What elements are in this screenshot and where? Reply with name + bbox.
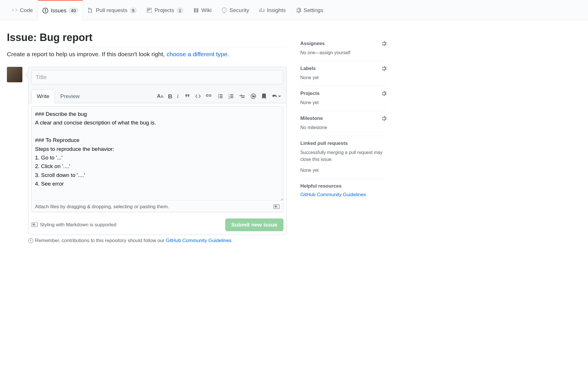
gear-icon[interactable] bbox=[381, 91, 386, 96]
gear-icon[interactable] bbox=[381, 66, 386, 71]
milestone-body: No milestone bbox=[300, 124, 386, 131]
gear-icon[interactable] bbox=[381, 116, 386, 121]
saved-reply-button[interactable] bbox=[261, 93, 267, 100]
markdown-hint[interactable]: M↓ Styling with Markdown is supported bbox=[31, 222, 116, 228]
community-guidelines-link[interactable]: GitHub Community Guidelines bbox=[300, 192, 366, 197]
link-icon bbox=[206, 93, 212, 99]
attach-files-bar[interactable]: Attach files by dragging & dropping, sel… bbox=[31, 202, 283, 212]
contribution-note: i Remember, contributions to this reposi… bbox=[28, 238, 287, 244]
page-subtitle: Create a report to help us improve. If t… bbox=[7, 51, 287, 58]
graph-icon bbox=[259, 7, 265, 13]
tasklist-icon bbox=[239, 93, 245, 99]
ul-icon bbox=[217, 93, 223, 99]
ordered-list-button[interactable] bbox=[228, 93, 234, 100]
markdown-toolbar: AA B i bbox=[157, 93, 283, 100]
community-guidelines-link[interactable]: GitHub Community Guidelines bbox=[166, 238, 231, 243]
issue-body-textarea[interactable] bbox=[31, 106, 283, 201]
tab-insights[interactable]: Insights bbox=[254, 0, 291, 20]
projects-icon bbox=[146, 7, 152, 13]
italic-button[interactable]: i bbox=[177, 93, 179, 100]
assignees-body[interactable]: No one—assign yourself bbox=[300, 49, 386, 56]
markdown-icon: M↓ bbox=[273, 204, 280, 209]
tab-label: Issues bbox=[51, 7, 66, 14]
issue-composer: Write Preview AA B i bbox=[28, 67, 287, 235]
tab-label: Settings bbox=[303, 7, 323, 13]
projects-count: 1 bbox=[177, 7, 183, 13]
tab-label: Wiki bbox=[201, 7, 212, 13]
issue-sidebar: Assignees No one—assign yourself Labels … bbox=[300, 32, 386, 244]
repo-nav: Code Issues 40 Pull requests 5 Projects … bbox=[0, 0, 588, 20]
bold-button[interactable]: B bbox=[168, 93, 172, 100]
unordered-list-button[interactable] bbox=[217, 93, 223, 100]
task-list-button[interactable] bbox=[239, 93, 245, 100]
tab-code[interactable]: Code bbox=[7, 0, 38, 20]
issue-icon bbox=[42, 8, 48, 13]
at-icon bbox=[250, 93, 256, 99]
pr-count: 5 bbox=[130, 7, 137, 13]
gear-icon[interactable] bbox=[381, 41, 386, 46]
bold-icon: B bbox=[168, 93, 172, 100]
info-icon: i bbox=[28, 238, 33, 243]
tab-label: Pull requests bbox=[96, 7, 127, 13]
wiki-icon bbox=[193, 7, 199, 13]
submit-issue-button[interactable]: Submit new issue bbox=[225, 219, 283, 231]
labels-title: Labels bbox=[300, 66, 316, 71]
issue-title-input[interactable] bbox=[31, 70, 283, 84]
projects-title: Projects bbox=[300, 91, 320, 96]
projects-body: None yet bbox=[300, 99, 386, 106]
resources-title: Helpful resources bbox=[300, 183, 342, 189]
code-button[interactable] bbox=[195, 93, 201, 100]
tab-label: Security bbox=[229, 7, 249, 13]
chevron-down-icon bbox=[278, 95, 281, 98]
tab-label: Insights bbox=[267, 7, 286, 13]
code-icon bbox=[195, 93, 201, 99]
heading-aa-icon: AA bbox=[157, 93, 163, 99]
gear-icon bbox=[295, 7, 301, 13]
tab-wiki[interactable]: Wiki bbox=[188, 0, 216, 20]
tab-settings[interactable]: Settings bbox=[291, 0, 328, 20]
tab-security[interactable]: Security bbox=[216, 0, 254, 20]
italic-icon: i bbox=[177, 93, 179, 100]
quote-icon bbox=[184, 93, 190, 99]
reply-icon bbox=[272, 93, 278, 99]
tab-pull-requests[interactable]: Pull requests 5 bbox=[83, 0, 142, 20]
tab-issues[interactable]: Issues 40 bbox=[38, 0, 83, 20]
preview-tab[interactable]: Preview bbox=[55, 89, 85, 103]
issues-count: 40 bbox=[69, 7, 78, 13]
page-title: Issue: Bug report bbox=[7, 32, 287, 47]
bookmark-icon bbox=[261, 93, 267, 99]
tab-label: Projects bbox=[154, 7, 174, 13]
linked-pr-title: Linked pull requests bbox=[300, 141, 348, 146]
choose-different-type-link[interactable]: choose a different type. bbox=[167, 51, 229, 57]
code-icon bbox=[12, 7, 18, 13]
markdown-icon: M↓ bbox=[31, 223, 38, 227]
tab-label: Code bbox=[20, 7, 33, 13]
avatar[interactable] bbox=[7, 67, 22, 82]
mention-button[interactable] bbox=[250, 93, 256, 100]
linked-pr-body: None yet bbox=[300, 167, 386, 174]
reply-button[interactable] bbox=[272, 93, 281, 100]
write-tab[interactable]: Write bbox=[31, 89, 55, 103]
heading-button[interactable]: AA bbox=[157, 93, 163, 100]
linked-pr-desc: Successfully merging a pull request may … bbox=[300, 149, 386, 163]
ol-icon bbox=[228, 93, 234, 99]
pull-request-icon bbox=[88, 7, 94, 13]
assignees-title: Assignees bbox=[300, 41, 325, 46]
milestone-title: Milestone bbox=[300, 116, 323, 121]
quote-button[interactable] bbox=[184, 93, 190, 100]
tab-projects[interactable]: Projects 1 bbox=[142, 0, 188, 20]
labels-body: None yet bbox=[300, 74, 386, 81]
link-button[interactable] bbox=[206, 93, 212, 100]
shield-icon bbox=[221, 7, 227, 13]
